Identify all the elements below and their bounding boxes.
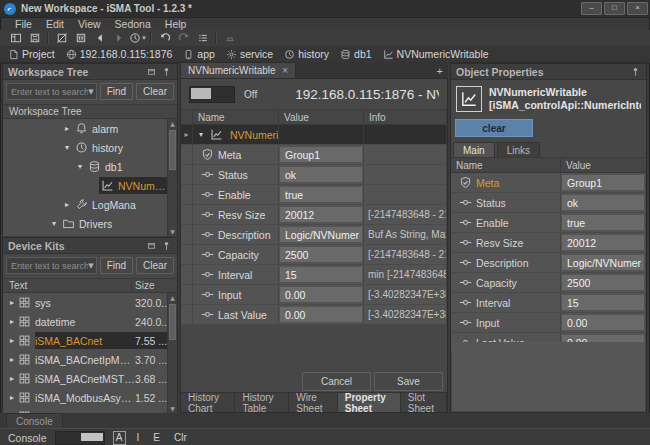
breadcrumb-item[interactable]: app: [183, 48, 215, 60]
expand-arrow[interactable]: ▸: [61, 124, 73, 133]
property-row[interactable]: Capacity 2500 [-2147483648 - 214748...: [181, 245, 447, 265]
breadcrumb-item[interactable]: NVNumericWritable: [383, 48, 489, 60]
collapse-arrow[interactable]: ▾: [196, 130, 206, 139]
object-property-row[interactable]: Meta Group1: [451, 173, 646, 193]
console-filter-button[interactable]: I: [134, 432, 143, 443]
tree-item[interactable]: ▸ alarm: [3, 119, 168, 138]
device-kit-row[interactable]: ▸ datetime 240.0...: [3, 312, 177, 331]
console-filter-button[interactable]: Clr: [171, 432, 190, 443]
property-row[interactable]: Meta Group1: [181, 145, 447, 165]
toolbar-button[interactable]: ▾: [174, 31, 193, 46]
object-property-row[interactable]: Interval 15: [451, 293, 646, 313]
kits-find-button[interactable]: Find: [100, 257, 133, 274]
menu-item[interactable]: Sedona: [108, 18, 158, 30]
tree-item[interactable]: ▸ LogMana: [3, 195, 168, 214]
sheet-tab[interactable]: History Chart: [181, 393, 235, 412]
toolbar-button[interactable]: ▾: [220, 31, 239, 46]
object-property-row[interactable]: Input 0.00: [451, 313, 646, 333]
clear-button[interactable]: clear: [455, 119, 533, 137]
close-tab-icon[interactable]: ×: [282, 66, 289, 75]
scroll-thumb[interactable]: [169, 130, 176, 170]
object-property-row[interactable]: Status ok: [451, 193, 646, 213]
pin-panel-icon[interactable]: [161, 240, 172, 251]
kits-search-combobox[interactable]: Enter text to search ▼: [6, 257, 97, 274]
expand-arrow[interactable]: ▸: [6, 393, 18, 402]
sheet-tab[interactable]: Slot Sheet: [401, 393, 447, 412]
sheet-tab[interactable]: Wire Sheet: [289, 393, 337, 412]
device-kit-row[interactable]: ▸ iSMA_BACnetMSTPMaster 3.68 ...: [3, 369, 177, 388]
breadcrumb-item[interactable]: service: [226, 48, 273, 60]
toolbar-button[interactable]: ▾: [25, 31, 44, 46]
scroll-thumb[interactable]: [169, 304, 176, 340]
property-row[interactable]: Interval 15 min [-2147483648 - 21...: [181, 265, 447, 285]
expand-arrow[interactable]: ▸: [6, 355, 18, 364]
maximize-button[interactable]: □: [604, 2, 625, 15]
toggle-knob[interactable]: [191, 88, 211, 99]
scroll-down-icon[interactable]: ▼: [168, 227, 177, 236]
property-row[interactable]: Input 0.00 [-3.40282347E+38 - 3.4...: [181, 285, 447, 305]
tab-nvnumericwritable[interactable]: NVNumericWritable ×: [180, 62, 296, 78]
toolbar-button[interactable]: ▾: [90, 31, 109, 46]
tree-scrollbar[interactable]: ▲ ▼: [167, 119, 177, 236]
console-filter-button[interactable]: A: [113, 431, 126, 445]
tree-search-combobox[interactable]: Enter text to search ▼: [6, 83, 97, 100]
property-row[interactable]: Resv Size 20012 [-2147483648 - 214748...: [181, 205, 447, 225]
expand-arrow[interactable]: ▸: [6, 298, 18, 307]
breadcrumb-item[interactable]: history: [284, 48, 329, 60]
breadcrumb-item[interactable]: db1: [340, 48, 372, 60]
property-row[interactable]: Last Value 0.00 [-3.40282347E+38 - 3.4..…: [181, 305, 447, 325]
device-kit-row[interactable]: ▸ iSMA_BACnet 7.55 ...: [3, 331, 177, 350]
object-property-row[interactable]: Capacity 2500: [451, 273, 646, 293]
toolbar-button[interactable]: ▾: [6, 31, 25, 46]
breadcrumb-item[interactable]: 192.168.0.115:1876: [66, 48, 173, 60]
object-property-row[interactable]: Resv Size 20012: [451, 233, 646, 253]
tree-clear-button[interactable]: Clear: [136, 83, 174, 100]
add-tab-button[interactable]: +: [437, 64, 443, 78]
expand-arrow[interactable]: ▸: [6, 317, 18, 326]
restore-panel-icon[interactable]: [146, 240, 157, 251]
console-toggle[interactable]: [55, 431, 105, 445]
kits-scrollbar[interactable]: ▲ ▼: [167, 293, 177, 413]
object-tab[interactable]: Main: [453, 142, 495, 157]
tree-item[interactable]: ▾ history: [3, 138, 168, 157]
toolbar-button[interactable]: ▾: [193, 31, 212, 46]
menu-item[interactable]: View: [71, 18, 108, 30]
cancel-button[interactable]: Cancel: [302, 372, 371, 391]
pin-panel-icon[interactable]: [630, 66, 641, 77]
device-kit-row[interactable]: ▸ iSMA_ModbusAsyncNetwork 1.52 ...: [3, 388, 177, 407]
device-kit-row[interactable]: ▸ iSMA_BACnetIpMaster 3.70 ...: [3, 350, 177, 369]
root-property-row[interactable]: ▸ ▾ NVNumericWrit...: [181, 125, 447, 145]
property-row[interactable]: Enable true: [181, 185, 447, 205]
tree-find-button[interactable]: Find: [100, 83, 133, 100]
breadcrumb-item[interactable]: Project: [8, 48, 55, 60]
expand-arrow[interactable]: ▸: [61, 200, 73, 209]
sheet-tab[interactable]: Property Sheet: [338, 393, 401, 412]
expand-arrow[interactable]: ▸: [6, 374, 18, 383]
console-tab[interactable]: Console: [6, 413, 63, 428]
object-property-row[interactable]: Enable true: [451, 213, 646, 233]
toggle-knob[interactable]: [81, 433, 103, 441]
console-filter-button[interactable]: E: [150, 432, 163, 443]
restore-panel-icon[interactable]: [146, 66, 157, 77]
toolbar-button[interactable]: ▾: [128, 31, 147, 46]
scroll-up-icon[interactable]: ▲: [168, 119, 177, 128]
toolbar-button[interactable]: ▾: [109, 31, 128, 46]
expand-arrow[interactable]: ▾: [74, 162, 86, 171]
menu-item[interactable]: Help: [158, 18, 194, 30]
scroll-up-icon[interactable]: ▲: [168, 293, 177, 302]
object-property-row[interactable]: Description Logic/NVNumer: [451, 253, 646, 273]
expand-arrow[interactable]: ▸: [6, 336, 18, 345]
expand-arrow[interactable]: ▾: [48, 219, 60, 228]
minimize-button[interactable]: –: [581, 2, 602, 15]
property-row[interactable]: Status ok: [181, 165, 447, 185]
property-row[interactable]: Description Logic/NVNumer Buf As String,…: [181, 225, 447, 245]
pin-panel-icon[interactable]: [161, 66, 172, 77]
off-toggle[interactable]: [189, 86, 235, 103]
device-kit-row[interactable]: ▸ sys 320.0...: [3, 293, 177, 312]
menu-item[interactable]: Edit: [39, 18, 71, 30]
tree-item[interactable]: ▾ db1: [3, 157, 168, 176]
close-button[interactable]: ×: [627, 2, 648, 15]
kits-clear-button[interactable]: Clear: [136, 257, 174, 274]
scroll-down-icon[interactable]: ▼: [168, 404, 177, 413]
save-button[interactable]: Save: [374, 372, 443, 391]
